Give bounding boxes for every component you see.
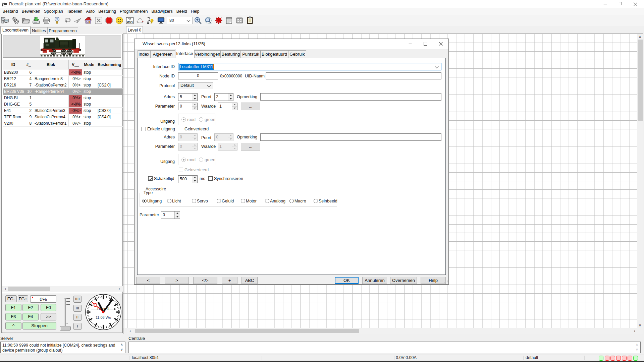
close-button[interactable]: [630, 0, 641, 8]
hat-icon[interactable]: [136, 16, 144, 24]
print-icon[interactable]: [43, 16, 51, 24]
f1-button[interactable]: F1: [5, 304, 21, 311]
table-horizontal-scrollbar[interactable]: ‹ ›: [2, 286, 123, 292]
menu-spoorplan[interactable]: Spoorplan: [42, 8, 65, 15]
waarde-spinner[interactable]: 1: [218, 103, 237, 110]
nav-code-button[interactable]: </>: [193, 277, 217, 284]
parameter2-spinner[interactable]: 0: [178, 143, 198, 150]
loco-row-e41[interactable]: E412StationCsPerron3-0%>stop[CS3:0]: [3, 108, 123, 114]
opmerking2-input[interactable]: [260, 133, 441, 141]
type-uitgang-radio[interactable]: [142, 199, 147, 203]
groen-radio-2[interactable]: [199, 158, 203, 162]
nav-prev-button[interactable]: <: [136, 277, 160, 284]
type-macro-radio[interactable]: [289, 199, 294, 203]
gear-4-button[interactable]: IIII: [73, 296, 82, 303]
events-icon[interactable]: [215, 16, 223, 24]
nav-abc-button[interactable]: ABC: [241, 277, 258, 284]
type-analoog-radio[interactable]: [265, 199, 269, 203]
minimize-button[interactable]: [599, 0, 611, 8]
menu-bestand[interactable]: Bestand: [1, 8, 20, 15]
col-header-id[interactable]: ID: [3, 60, 24, 69]
close-box-icon[interactable]: [95, 16, 103, 24]
centrale-scroll-arrows[interactable]: ∧∨: [635, 343, 639, 353]
spin-up[interactable]: [175, 212, 180, 215]
dialog-maximize-button[interactable]: [420, 39, 431, 49]
uid-naam-input[interactable]: [266, 72, 441, 79]
gears-icon[interactable]: [11, 16, 19, 24]
tab-notities[interactable]: Notities: [31, 27, 47, 34]
spin-up[interactable]: [192, 94, 197, 97]
monitor-icon[interactable]: [157, 16, 165, 24]
scroll-right-icon[interactable]: ›: [117, 286, 122, 292]
plan-vertical-scrollbar[interactable]: ∧ ∨: [637, 34, 643, 334]
opmerking-input[interactable]: [260, 93, 441, 101]
groen-radio-1[interactable]: [199, 117, 203, 122]
dialog-tab-index[interactable]: Index: [138, 50, 150, 58]
schakeltijd-checkbox[interactable]: [148, 176, 153, 181]
synchroniseren-checkbox[interactable]: [208, 176, 213, 181]
type-servo-radio[interactable]: [192, 199, 196, 203]
spin-down[interactable]: [192, 179, 197, 183]
spin-up[interactable]: [228, 94, 233, 97]
type-motor-radio[interactable]: [241, 199, 245, 203]
dialog-resize-grip[interactable]: [444, 280, 447, 283]
save-icon[interactable]: [32, 16, 40, 24]
emergency-stop-icon[interactable]: [105, 16, 113, 24]
auto-loop-icon[interactable]: [63, 16, 71, 24]
col-header-mode[interactable]: Mode: [82, 60, 96, 69]
power-bulb-icon[interactable]: ?: [53, 16, 61, 24]
home-icon[interactable]: [84, 16, 92, 24]
wio-icon[interactable]: WiO: [126, 16, 134, 24]
nav-add-button[interactable]: +: [222, 277, 237, 284]
restore-button[interactable]: [614, 0, 626, 8]
ok-button[interactable]: OK: [335, 277, 359, 284]
type-seinbeeld-radio[interactable]: [314, 199, 318, 203]
dialog-close-button[interactable]: [435, 39, 446, 49]
dialog-title-bar[interactable]: Wissel sw-cs-per12-links (11/25): [135, 39, 448, 49]
gear-3-button[interactable]: III: [73, 305, 82, 312]
zoom-select[interactable]: 80: [167, 17, 193, 24]
dialog-tab-gebruik[interactable]: Gebruik: [288, 50, 306, 58]
table-hscroll-thumb[interactable]: [8, 287, 50, 291]
tab-programmeren[interactable]: Programmeren: [47, 27, 78, 34]
poort2-spinner[interactable]: 0: [214, 133, 233, 141]
f4-button[interactable]: F4: [22, 313, 39, 320]
spin-up[interactable]: [232, 103, 237, 107]
cancel-button[interactable]: Annuleren: [362, 277, 387, 284]
apply-button[interactable]: Overnemen: [390, 277, 417, 284]
scroll-left-icon[interactable]: ‹: [3, 286, 8, 292]
interface-id-combobox[interactable]: Locobuffer LM311: [178, 63, 441, 70]
open-folder-icon[interactable]: [22, 16, 30, 24]
dialog-tab-blokgestuurd[interactable]: Blokgestuurd: [261, 50, 288, 58]
card-index-icon[interactable]: [235, 16, 244, 24]
type-geluid-radio[interactable]: [217, 199, 221, 203]
dialog-tab-interface[interactable]: Interface: [175, 49, 194, 58]
rood-radio-2[interactable]: [181, 158, 186, 162]
col-header-bestemming[interactable]: Bestemming: [96, 60, 123, 69]
centrale-log-box[interactable]: ∧∨: [128, 342, 641, 353]
throttle-slider-thumb[interactable]: [60, 326, 71, 330]
tab-level-0[interactable]: Level 0: [126, 26, 143, 34]
dialog-tab-puntstuk[interactable]: Puntstuk: [241, 50, 261, 58]
dialog-tab-algemeen[interactable]: Algemeen: [150, 50, 175, 58]
menu-bladwijzers[interactable]: Bladwijzers: [150, 8, 174, 15]
scroll-down-icon[interactable]: ∨: [637, 322, 643, 328]
type-licht-radio[interactable]: [167, 199, 171, 203]
loco-row-tee-ram[interactable]: TEE Ram9StationCsPerron40%>stop[CS4:0]: [3, 114, 123, 120]
f0-button[interactable]: F0: [41, 304, 56, 311]
f2-button[interactable]: F2: [22, 304, 39, 311]
send-plane-icon[interactable]: [74, 16, 82, 24]
spin-down[interactable]: [192, 97, 197, 101]
throttle-slider[interactable]: [64, 298, 66, 327]
more-functions-button[interactable]: >>: [41, 313, 56, 320]
spin-down[interactable]: [192, 107, 197, 110]
clipboard-icon[interactable]: [246, 16, 254, 24]
dialog-minimize-button[interactable]: [405, 39, 416, 49]
menu-beeld[interactable]: Beeld: [174, 8, 189, 15]
spin-down[interactable]: [232, 107, 237, 110]
adres-spinner[interactable]: 5: [178, 93, 198, 101]
loco-row-br212[interactable]: BR2124Rangeerterrein30%>stop: [3, 76, 123, 82]
smiley-icon[interactable]: [115, 16, 123, 24]
gear-2-button[interactable]: II: [73, 314, 82, 321]
loco-row-br216[interactable]: BR2167-StationCsPerron20%>stop[CS2:0]: [3, 82, 123, 88]
